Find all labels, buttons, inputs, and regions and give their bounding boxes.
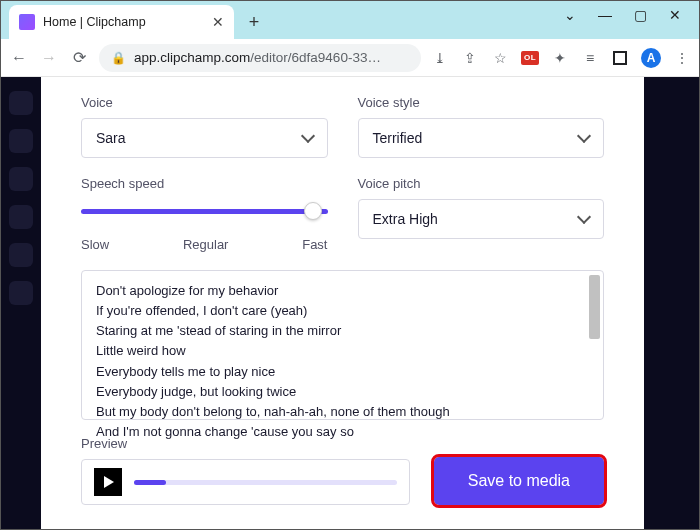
voice-pitch-label: Voice pitch xyxy=(358,176,605,191)
url-path: /editor/6dfa9460-33… xyxy=(250,50,381,65)
rail-item[interactable] xyxy=(9,205,33,229)
voice-pitch-select[interactable]: Extra High xyxy=(358,199,605,239)
scrollbar-thumb[interactable] xyxy=(589,275,600,339)
reload-button[interactable]: ⟳ xyxy=(69,48,89,67)
clipchamp-favicon xyxy=(19,14,35,30)
rail-item[interactable] xyxy=(9,243,33,267)
voice-style-select[interactable]: Terrified xyxy=(358,118,605,158)
slider-thumb[interactable] xyxy=(304,202,322,220)
voice-pitch-value: Extra High xyxy=(373,211,438,227)
browser-tab[interactable]: Home | Clipchamp ✕ xyxy=(9,5,234,39)
forward-button[interactable]: → xyxy=(39,49,59,67)
extension-ol-icon[interactable]: OL xyxy=(521,51,539,65)
app-right-gutter xyxy=(644,77,699,529)
chevron-down-icon[interactable]: ⌄ xyxy=(564,7,576,23)
rail-item[interactable] xyxy=(9,129,33,153)
address-bar[interactable]: 🔒 app.clipchamp.com/editor/6dfa9460-33… xyxy=(99,44,421,72)
share-icon[interactable]: ⇪ xyxy=(461,49,479,67)
window-titlebar: Home | Clipchamp ✕ + ⌄ — ▢ ✕ xyxy=(1,1,699,39)
chevron-down-icon xyxy=(300,129,314,143)
extension-square-icon[interactable] xyxy=(611,49,629,67)
page-viewport: Voice Sara Voice style Terrified Speech … xyxy=(1,77,699,529)
bookmark-star-icon[interactable]: ☆ xyxy=(491,49,509,67)
tab-title: Home | Clipchamp xyxy=(43,15,204,29)
progress-track[interactable] xyxy=(134,480,397,485)
lock-icon: 🔒 xyxy=(111,51,126,65)
browser-toolbar: ← → ⟳ 🔒 app.clipchamp.com/editor/6dfa946… xyxy=(1,39,699,77)
maximize-icon[interactable]: ▢ xyxy=(634,7,647,23)
close-tab-icon[interactable]: ✕ xyxy=(212,14,224,30)
voice-value: Sara xyxy=(96,130,126,146)
speed-regular-label: Regular xyxy=(183,237,229,252)
speed-fast-label: Fast xyxy=(302,237,327,252)
progress-fill xyxy=(134,480,166,485)
play-button[interactable] xyxy=(94,468,122,496)
rail-item[interactable] xyxy=(9,167,33,191)
save-to-media-button[interactable]: Save to media xyxy=(434,457,604,505)
rail-item[interactable] xyxy=(9,281,33,305)
url-host: app.clipchamp.com xyxy=(134,50,250,65)
speed-slow-label: Slow xyxy=(81,237,109,252)
new-tab-button[interactable]: + xyxy=(240,8,268,36)
close-window-icon[interactable]: ✕ xyxy=(669,7,681,23)
profile-avatar[interactable]: A xyxy=(641,48,661,68)
install-app-icon[interactable]: ⤓ xyxy=(431,49,449,67)
voice-style-value: Terrified xyxy=(373,130,423,146)
script-textarea[interactable]: Don't apologize for my behavior If you'r… xyxy=(81,270,604,420)
extensions-puzzle-icon[interactable]: ✦ xyxy=(551,49,569,67)
back-button[interactable]: ← xyxy=(9,49,29,67)
window-controls: ⌄ — ▢ ✕ xyxy=(564,7,699,33)
script-text: Don't apologize for my behavior If you'r… xyxy=(96,281,579,442)
kebab-menu-icon[interactable]: ⋮ xyxy=(673,49,691,67)
voice-select[interactable]: Sara xyxy=(81,118,328,158)
tts-settings-panel: Voice Sara Voice style Terrified Speech … xyxy=(41,77,644,529)
speech-speed-slider[interactable] xyxy=(81,199,328,223)
chevron-down-icon xyxy=(577,129,591,143)
voice-label: Voice xyxy=(81,95,328,110)
minimize-icon[interactable]: — xyxy=(598,7,612,23)
voice-style-label: Voice style xyxy=(358,95,605,110)
chevron-down-icon xyxy=(577,210,591,224)
reading-list-icon[interactable]: ≡ xyxy=(581,49,599,67)
audio-preview-player xyxy=(81,459,410,505)
textarea-scrollbar[interactable] xyxy=(587,275,601,415)
rail-item[interactable] xyxy=(9,91,33,115)
app-left-rail xyxy=(1,77,41,529)
speech-speed-label: Speech speed xyxy=(81,176,328,191)
play-icon xyxy=(104,476,114,488)
